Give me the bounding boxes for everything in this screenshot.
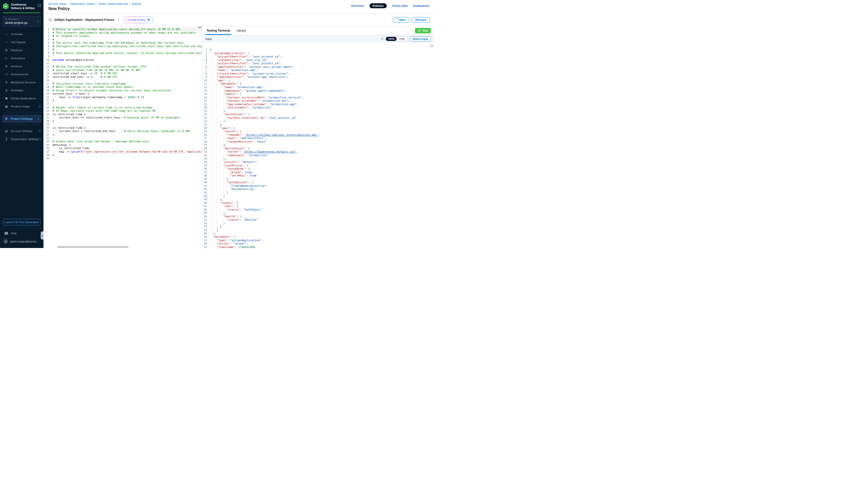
line-number: 30 (43, 126, 52, 130)
code-line: 9 (43, 55, 202, 58)
policy-code-editor[interactable]: 1# Policy to restrict GitOps Application… (43, 26, 202, 248)
sidebar-item-executions[interactable]: ▷Executions (0, 54, 43, 62)
code-content: current_hour := hour { (52, 92, 202, 96)
sidebar-item-product-usage[interactable]: ▦Product Usageⓘ (0, 103, 43, 110)
info-icon[interactable]: ⓘ (39, 129, 41, 133)
cube-icon (5, 18, 7, 20)
code-line: 15"harness.io/serviceRef": "production_s… (202, 96, 434, 99)
copy-icon[interactable] (430, 44, 433, 48)
upload-icon: ↑ (396, 19, 398, 21)
select-input-button[interactable]: Select Input (410, 36, 431, 42)
code-content: "syncOptions": [ (210, 181, 434, 184)
environments-icon: ⬡ (4, 73, 8, 76)
code-content: # Calculate current hour from Unix times… (52, 82, 202, 86)
sidebar-item-label: Overview (11, 33, 23, 36)
sidebar-item-get-started[interactable]: ◔Get Started (0, 38, 43, 46)
services-icon: ⚙ (4, 64, 8, 68)
app-grid-icon[interactable] (38, 4, 41, 7)
breadcrumb-link[interactable]: Organization: default (70, 2, 95, 5)
sidebar-item-label: Monitored Services (11, 81, 35, 84)
code-format-icon[interactable]: ⟨/⟩ (381, 38, 383, 40)
code-line: 11 (43, 62, 202, 65)
code-content: "annotations": { (210, 113, 434, 116)
code-line: 8# This policy should be applied with ac… (43, 51, 202, 55)
create-policy-button[interactable]: Create Policy ❖ (125, 17, 153, 23)
sidebar-item-label: Environments (11, 73, 28, 76)
sidebar-item-environments[interactable]: ⬡Environments (0, 70, 43, 78)
sidebar-item-overrides[interactable]: ≣Overrides (0, 86, 43, 94)
sidebar-item-overview[interactable]: ⌂Overview (0, 30, 43, 38)
sidebar-item-organization-settings[interactable]: ╬ Organization Settings ⓘ (0, 135, 43, 143)
tab-library[interactable]: Library (237, 26, 246, 35)
code-content: "timestamp": 1700042400, (210, 246, 434, 248)
sidebar-item-account-settings[interactable]: ▤ Account Settings ⓘ (0, 127, 43, 135)
code-content: "harness.io/project-id": "your_project_i… (210, 116, 434, 120)
code-line: 10"app": { (202, 79, 434, 82)
discard-button[interactable]: Discard (412, 17, 429, 22)
tab-policies[interactable]: Policies (369, 3, 387, 8)
info-icon[interactable]: ⓘ (39, 105, 41, 108)
line-number: 9 (43, 55, 52, 58)
line-number: 27 (43, 116, 52, 120)
help-button[interactable]: ? Help (0, 229, 43, 238)
line-number: 10 (43, 58, 52, 62)
tab-policy-sets[interactable]: Policy Sets (392, 4, 408, 7)
code-line: 25"source": { (202, 130, 434, 133)
tab-evaluations[interactable]: Evaluations (413, 4, 429, 7)
code-line: 31current_hour < restricted_end_hour # E… (43, 129, 202, 133)
horizontal-scrollbar[interactable] (57, 246, 128, 248)
user-menu[interactable]: A akshit.madan@harnes... (0, 238, 43, 248)
launch-cd-first-gen-button[interactable]: Launch CD First Generation (3, 219, 41, 226)
code-content: "app.kubernetes.io/name": "production-ap… (210, 103, 434, 106)
sidebar-collapse-handle[interactable]: ◀ (41, 231, 43, 239)
sidebar-item-monitored-services[interactable]: ⊚Monitored Services (0, 78, 43, 86)
tab-testing-terminal[interactable]: Testing Terminal (207, 26, 230, 35)
code-line: 37"prune": true, (202, 171, 434, 174)
input-json-editor[interactable]: 1{2"gitopsApplication": {3"accountIdenti… (202, 43, 434, 248)
code-content: # This policy should be applied with act… (52, 51, 202, 55)
sidebar-item-pipelines[interactable]: ⊞Pipelines (0, 46, 43, 54)
breadcrumb-link[interactable]: Project: akshit-project-qa (98, 2, 127, 5)
code-line: 18# Note: timestamp is in seconds since … (43, 86, 202, 89)
project-selector[interactable]: PROJECT akshit-project-qa › (2, 16, 41, 27)
toggle-yaml[interactable]: YAML (397, 37, 407, 41)
code-line: 4"orgIdentifier": "your_org_id", (202, 59, 434, 62)
line-number: 8 (43, 51, 52, 55)
sidebar-item-gitops-applications[interactable]: ⬢GitOps Applications (0, 94, 43, 103)
line-number: 5 (43, 41, 52, 45)
code-line: 9"repoIdentifier": "account.app_reposito… (202, 75, 434, 79)
code-line: 13# Syncs are blocked from 18:00 (6 PM) … (43, 68, 202, 72)
save-button[interactable]: ↑ Save (393, 17, 409, 22)
policy-toolbar: GitOps Application - Deployment Freeze ✎… (43, 14, 434, 26)
code-line: 29 (43, 123, 202, 126)
create-policy-label: Create Policy (127, 18, 146, 21)
line-number: 18 (202, 106, 210, 109)
divider (3, 125, 41, 125)
code-line: 4# (43, 38, 202, 42)
save-label: Save (399, 18, 406, 21)
tab-overview[interactable]: Overview (351, 4, 364, 7)
code-content: "project": "default", (210, 160, 434, 164)
sidebar-item-services[interactable]: ⚙Services (0, 62, 43, 70)
code-content: "spec": { (210, 126, 434, 130)
code-line: 22} (43, 99, 202, 103)
line-number: 20 (43, 92, 52, 96)
line-number: 19 (202, 109, 210, 113)
line-number: 9 (202, 75, 210, 79)
line-number: 31 (202, 150, 210, 154)
breadcrumb-link[interactable]: Account: gitops (48, 2, 66, 5)
edit-pencil-icon[interactable]: ✎ (117, 18, 120, 21)
line-number: 39 (202, 177, 210, 181)
project-label-row: PROJECT (5, 18, 39, 20)
test-button[interactable]: ▶ Test (415, 28, 431, 33)
sidebar-item-project-settings[interactable]: ⚙ Project Settings › (2, 115, 42, 123)
shield-check-icon (48, 18, 52, 22)
info-icon[interactable]: ⓘ (39, 137, 41, 141)
code-line: 37msg := sprintf("Sync operations are no… (43, 150, 202, 154)
code-line: 30"destination": { (202, 147, 434, 150)
monitored-services-icon: ⊚ (4, 81, 8, 84)
code-content: current_hour < restricted_end_hour # Ear… (52, 129, 202, 133)
toggle-json[interactable]: JSON (386, 37, 397, 41)
breadcrumb-link[interactable]: Settings (132, 2, 141, 5)
code-content: ] (210, 191, 434, 195)
